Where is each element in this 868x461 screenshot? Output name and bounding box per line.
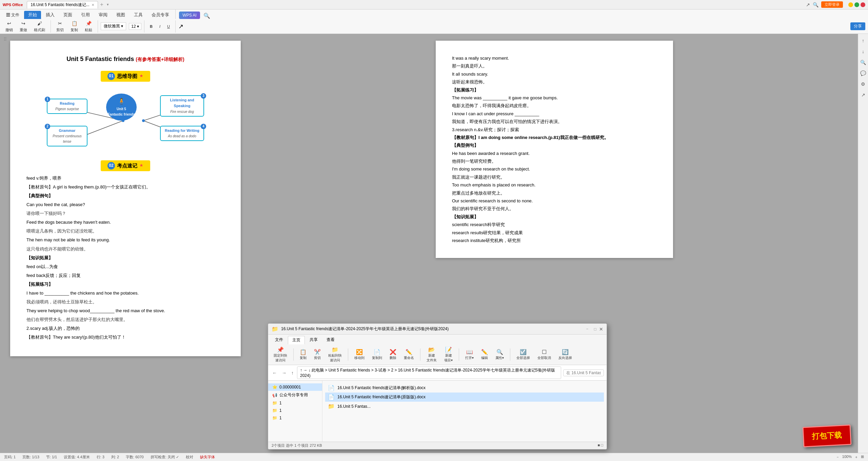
word1-ex1-en: Can you feed the cat, please?: [26, 201, 224, 208]
zoom-out-button[interactable]: －: [836, 455, 840, 460]
paste-button[interactable]: 📌 粘贴: [82, 19, 95, 33]
close-button[interactable]: [861, 2, 865, 7]
title-subtitle: (有参考答案+详细解析): [136, 57, 184, 62]
copy-button[interactable]: 📋 复制: [68, 19, 81, 33]
bold-button[interactable]: B: [147, 24, 155, 29]
fe-close-button[interactable]: ✕: [599, 326, 603, 332]
section1-title: 思维导图: [117, 72, 137, 80]
fe-sidebar-item-1[interactable]: ⭐ 0.00000001: [268, 383, 322, 391]
right-line-9-en: I'm doing some research on the subject.: [452, 165, 657, 173]
fe-cut-button[interactable]: ✂️ 剪切: [311, 348, 323, 361]
fe-paste-quickaccess-button[interactable]: 📁 粘贴到快 速访问: [326, 346, 344, 363]
fe-file-item-3[interactable]: 📁 16.Unit 5 Fantas...: [325, 402, 604, 411]
drag-handle[interactable]: ⠿: [3, 37, 7, 42]
tab-reference[interactable]: 引用: [77, 11, 94, 19]
tab-close-icon[interactable]: ✕: [92, 3, 94, 7]
italic-button[interactable]: I: [157, 24, 163, 29]
fe-tab-file[interactable]: 文件: [271, 336, 287, 344]
fe-properties-button[interactable]: 🔍 属性▾: [493, 348, 507, 361]
fe-pin-button[interactable]: 📌 固定到快 速访问: [271, 346, 290, 363]
section1-header: 01 思维导图 ★: [26, 71, 224, 82]
wps-ai-button[interactable]: WPS AI: [179, 12, 200, 19]
tab-view[interactable]: 视图: [112, 11, 129, 19]
fe-tab-share[interactable]: 共享: [305, 336, 322, 344]
tab-file[interactable]: ☰ 文件: [2, 11, 23, 19]
tool-share-btn[interactable]: ↗: [859, 91, 867, 99]
fe-selectnone-button[interactable]: ☐ 全部取消: [535, 348, 554, 361]
redo-icon: ↪: [20, 20, 27, 27]
fe-back-button[interactable]: ←: [271, 369, 278, 376]
fe-copy-icon: 📋: [300, 349, 307, 355]
node2-sub: Present continuous tense: [50, 134, 84, 144]
undo-button[interactable]: ↩ 撤销: [3, 19, 16, 33]
tab-member[interactable]: 会员专享: [147, 11, 173, 19]
fe-delete-button[interactable]: ❌ 删除: [387, 348, 399, 361]
ribbon-search-icon[interactable]: 🔍: [203, 13, 210, 19]
format-painter-button[interactable]: 🖌 格式刷: [31, 19, 48, 33]
search-icon[interactable]: 🔍: [813, 2, 818, 7]
status-total-pages: 页数: 1/13: [22, 455, 39, 460]
fe-edit-button[interactable]: ✏️ 编辑: [478, 348, 491, 361]
fe-view-toggle[interactable]: ■ □: [598, 443, 603, 448]
fe-address-input[interactable]: ↑ → ↓ 此电脑 > Unit 5 Fantastic friends > 3…: [297, 366, 561, 379]
tool-download-btn[interactable]: ↓: [859, 47, 867, 56]
fe-search-input[interactable]: [563, 369, 604, 376]
fe-sidebar-item-5[interactable]: 📁 1: [268, 414, 322, 422]
fe-file-item-1[interactable]: 📄 16.Unit 5 Fantastic friends速记清单(解析版).d…: [325, 383, 604, 393]
distribute-button[interactable]: 分享: [850, 22, 865, 30]
fe-file-icon-3: 📁: [328, 403, 335, 409]
font-selector[interactable]: 微软雅黑 ▾: [101, 22, 126, 30]
tab-start[interactable]: 开始: [24, 11, 41, 19]
svg-point-5: [142, 119, 145, 122]
underline-button[interactable]: U: [164, 24, 173, 29]
share-button[interactable]: ↗: [178, 23, 183, 30]
fe-sidebar-item-4[interactable]: 📁 1: [268, 407, 322, 414]
new-tab-button[interactable]: ＋: [98, 1, 105, 8]
tool-comment-btn[interactable]: 💬: [859, 69, 867, 77]
fe-copyto-button[interactable]: 📄 复制到: [369, 348, 385, 361]
tab-review[interactable]: 审阅: [95, 11, 112, 19]
cut-button[interactable]: ✂ 剪切: [54, 19, 66, 33]
fe-maximize-icon[interactable]: □: [594, 327, 596, 332]
document-tab[interactable]: 16.Unit 5 Fantastic friends速记... ✕: [27, 1, 98, 8]
tool-search-btn[interactable]: 🔍: [859, 58, 867, 66]
fe-move-button[interactable]: 🔀 移动到: [352, 348, 367, 361]
fe-file-item-2[interactable]: 📄 16.Unit 5 Fantastic friends速记清单(原版版).d…: [325, 393, 604, 402]
fe-tab-view[interactable]: 查看: [322, 336, 339, 344]
tab-page[interactable]: 页面: [59, 11, 76, 19]
tab-tools[interactable]: 工具: [130, 11, 147, 19]
fe-forward-button[interactable]: →: [280, 369, 288, 376]
redo-button[interactable]: ↪ 重做: [17, 19, 30, 33]
tab-insert[interactable]: 插入: [42, 11, 59, 19]
fe-invertselect-button[interactable]: 🔄 反向选择: [556, 348, 575, 361]
fe-rename-button[interactable]: ✏️ 重命名: [401, 348, 417, 361]
status-proofread[interactable]: 校对: [186, 455, 193, 460]
mind-center-node: 🧍 Unit 5 Fantastic friends: [106, 94, 137, 121]
title-text: Unit 5 Fantastic friends: [66, 56, 134, 62]
zoom-in-button[interactable]: ＋: [854, 455, 858, 460]
section1-star: ★: [139, 73, 143, 80]
tab-dropdown[interactable]: ▾: [107, 2, 109, 7]
fe-tab-home[interactable]: 主页: [288, 336, 305, 344]
fe-selectall-button[interactable]: ☑️ 全部选择: [514, 348, 533, 361]
share-icon[interactable]: ↗: [806, 2, 810, 7]
right-line-11-en: Our scientific research is second to non…: [452, 197, 657, 205]
register-button[interactable]: 立即登录: [821, 1, 843, 8]
fe-copy-button[interactable]: 📋 复制: [297, 348, 309, 361]
fe-sidebar-item-3[interactable]: 📁 1: [268, 399, 322, 407]
fe-newfolder-button[interactable]: 📂 新建 文件夹: [424, 346, 439, 363]
fe-newitem-button[interactable]: 📝 新建 项目▾: [441, 346, 455, 363]
minimize-button[interactable]: [848, 2, 853, 7]
fe-sidebar-item-2[interactable]: 📢 公众号分享专用: [268, 391, 322, 399]
maximize-button[interactable]: [854, 2, 859, 7]
font-size-selector[interactable]: 12 ▾: [129, 23, 141, 30]
fe-open-button[interactable]: 📖 打开▾: [462, 348, 476, 361]
download-button[interactable]: 打包下载: [803, 424, 852, 447]
status-right: － 100% ＋ ⊞: [836, 455, 864, 460]
tool-settings-btn[interactable]: ⚙: [859, 80, 867, 88]
word1-ex3-en: The hen may not be able to feed its youn…: [26, 236, 224, 244]
fit-page-button[interactable]: ⊞: [861, 455, 864, 460]
tool-upload-button[interactable]: ↑: [859, 37, 867, 45]
fe-minimize-icon[interactable]: －: [585, 326, 589, 332]
fe-up-button[interactable]: ↑: [290, 369, 295, 376]
